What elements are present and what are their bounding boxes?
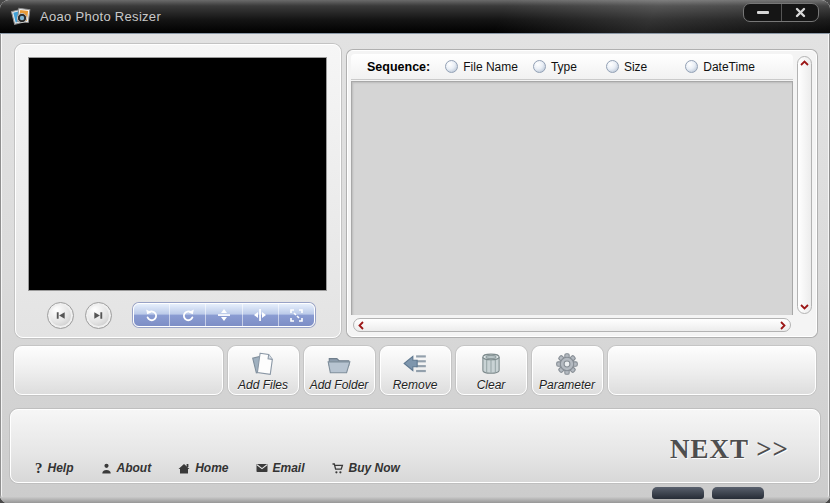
image-preview-area <box>28 57 327 291</box>
flip-horizontal-button[interactable] <box>242 304 278 326</box>
horizontal-scrollbar[interactable] <box>353 318 791 332</box>
scroll-down-icon[interactable] <box>800 304 809 310</box>
sequence-radio-file-name[interactable]: File Name <box>445 60 518 74</box>
window-foot-right <box>712 487 764 499</box>
file-list-panel: Sequence: File Name Type Size DateTime <box>347 50 817 337</box>
scroll-right-icon[interactable] <box>780 321 786 330</box>
action-bar: Add Files Add Folder Remove <box>14 346 816 395</box>
rotate-right-button[interactable] <box>169 304 205 326</box>
scroll-left-icon[interactable] <box>358 321 364 330</box>
minimize-button[interactable] <box>744 4 781 21</box>
flip-vertical-button[interactable] <box>205 304 241 326</box>
home-link[interactable]: Home <box>178 461 228 475</box>
radio-icon <box>606 60 619 73</box>
preview-panel <box>15 44 341 338</box>
rotate-left-button[interactable] <box>134 304 169 326</box>
app-window: Aoao Photo Resizer <box>0 0 830 503</box>
previous-image-button[interactable] <box>47 302 74 329</box>
add-folder-button[interactable]: Add Folder <box>304 346 375 395</box>
remove-icon <box>402 351 428 377</box>
sequence-header: Sequence: File Name Type Size DateTime <box>351 54 793 80</box>
window-controls <box>743 3 819 22</box>
skip-next-icon <box>92 309 105 322</box>
sequence-radio-datetime[interactable]: DateTime <box>685 60 755 74</box>
remove-button[interactable]: Remove <box>380 346 451 395</box>
help-link[interactable]: ? Help <box>35 461 74 475</box>
photo-resizer-app-icon <box>10 6 34 28</box>
email-icon <box>256 463 268 473</box>
preview-tools-toolbar <box>133 303 315 327</box>
radio-icon <box>445 60 458 73</box>
help-icon: ? <box>35 463 43 474</box>
window-foot-left <box>652 487 704 499</box>
about-icon <box>101 463 112 474</box>
footer-links: ? Help About Home Email <box>35 461 400 475</box>
window-title: Aoao Photo Resizer <box>40 9 161 24</box>
add-folder-icon <box>326 351 352 377</box>
titlebar: Aoao Photo Resizer <box>0 0 830 34</box>
buy-now-link[interactable]: Buy Now <box>332 461 400 475</box>
skip-previous-icon <box>54 309 67 322</box>
home-icon <box>178 463 190 474</box>
scroll-up-icon[interactable] <box>800 60 809 66</box>
footer-panel: ? Help About Home Email <box>10 409 820 483</box>
rotate-right-icon <box>181 308 195 322</box>
add-files-icon <box>250 351 276 377</box>
sequence-radio-type[interactable]: Type <box>533 60 577 74</box>
email-link[interactable]: Email <box>256 461 305 475</box>
about-link[interactable]: About <box>101 461 152 475</box>
next-button[interactable]: NEXT >> <box>670 434 789 466</box>
next-image-button[interactable] <box>85 302 112 329</box>
radio-icon <box>533 60 546 73</box>
action-bar-right-spacer <box>608 346 817 395</box>
clear-button[interactable]: Clear <box>456 346 527 395</box>
sequence-radio-size[interactable]: Size <box>606 60 647 74</box>
parameter-button[interactable]: Parameter <box>532 346 603 395</box>
minimize-icon <box>757 11 769 14</box>
close-button[interactable] <box>781 4 818 21</box>
add-files-button[interactable]: Add Files <box>228 346 299 395</box>
radio-icon <box>685 60 698 73</box>
sequence-label: Sequence: <box>367 60 430 74</box>
fit-screen-icon <box>290 309 303 322</box>
flip-horizontal-icon <box>253 308 267 322</box>
action-bar-left-spacer <box>14 346 223 395</box>
vertical-scrollbar[interactable] <box>797 56 812 314</box>
flip-vertical-icon <box>217 308 231 322</box>
rotate-left-icon <box>145 308 159 322</box>
buy-now-icon <box>332 463 344 474</box>
window-bottom-bevel <box>0 497 830 503</box>
parameter-icon <box>554 351 580 377</box>
fit-screen-button[interactable] <box>278 304 314 326</box>
clear-icon <box>478 351 504 377</box>
close-icon <box>795 7 806 18</box>
file-list[interactable] <box>351 81 793 315</box>
